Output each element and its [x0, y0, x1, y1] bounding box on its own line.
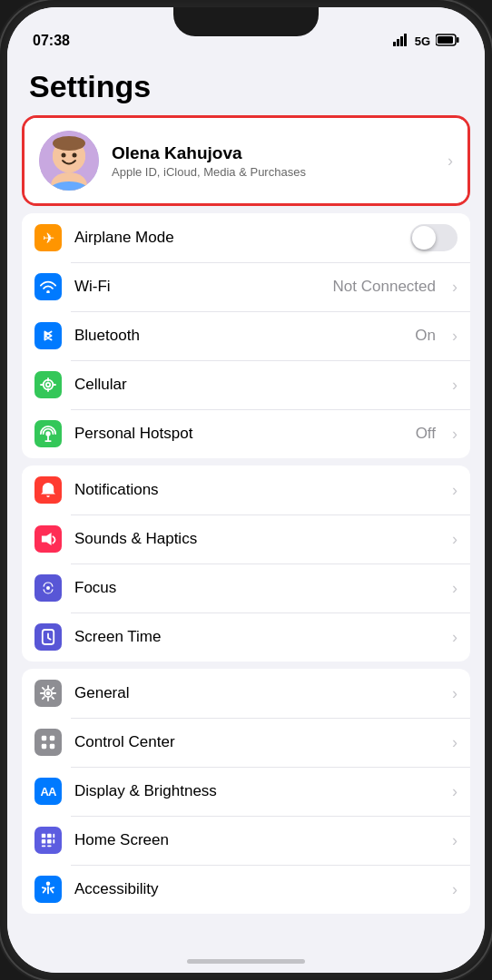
bluetooth-icon — [34, 322, 62, 349]
network-type: 5G — [415, 34, 430, 48]
display-label: Display & Brightness — [74, 782, 439, 800]
airplane-mode-label: Airplane Mode — [74, 229, 398, 247]
screen-time-icon — [34, 623, 62, 651]
display-icon: AA — [34, 778, 62, 805]
screen-time-row[interactable]: Screen Time › — [22, 612, 470, 662]
page-title: Settings — [7, 54, 485, 115]
hotspot-chevron: › — [452, 425, 458, 444]
accessibility-label: Accessibility — [74, 880, 439, 898]
general-row[interactable]: General › — [22, 669, 470, 718]
battery-icon — [436, 34, 459, 49]
avatar — [39, 131, 99, 191]
svg-rect-39 — [42, 845, 46, 847]
svg-point-12 — [73, 153, 77, 158]
home-screen-chevron: › — [452, 831, 458, 850]
svg-rect-2 — [400, 36, 403, 46]
svg-point-25 — [46, 586, 50, 590]
profile-info: Olena Kahujova Apple ID, iCloud, Media &… — [112, 143, 435, 179]
svg-rect-31 — [42, 744, 46, 749]
bluetooth-row[interactable]: Bluetooth On › — [22, 311, 470, 360]
svg-rect-30 — [50, 736, 54, 740]
svg-rect-33 — [42, 834, 46, 838]
control-center-icon — [34, 729, 62, 756]
status-icons: 5G — [393, 34, 459, 49]
svg-rect-3 — [404, 34, 407, 46]
phone-screen: 07:38 5G — [7, 7, 485, 973]
svg-rect-0 — [393, 42, 396, 46]
phone-frame: 07:38 5G — [0, 0, 492, 980]
home-screen-label: Home Screen — [74, 831, 439, 849]
status-bar: 07:38 5G — [7, 7, 485, 54]
svg-rect-38 — [53, 839, 54, 844]
general-section: General › Control Center › — [22, 669, 470, 914]
status-time: 07:38 — [33, 33, 70, 49]
cellular-label: Cellular — [74, 376, 439, 394]
wifi-row[interactable]: Wi-Fi Not Connected › — [22, 262, 470, 311]
hotspot-value: Off — [416, 425, 436, 443]
display-row[interactable]: AA Display & Brightness › — [22, 767, 470, 816]
sounds-row[interactable]: Sounds & Haptics › — [22, 514, 470, 564]
general-chevron: › — [452, 684, 458, 703]
notifications-label: Notifications — [74, 481, 439, 499]
sounds-icon — [34, 525, 62, 553]
focus-row[interactable]: Focus › — [22, 564, 470, 612]
home-screen-row[interactable]: Home Screen › — [22, 816, 470, 865]
svg-rect-5 — [457, 37, 459, 43]
airplane-mode-icon: ✈ — [34, 224, 62, 251]
svg-point-16 — [46, 383, 50, 387]
svg-rect-29 — [42, 736, 46, 740]
cellular-chevron: › — [452, 376, 458, 395]
notifications-chevron: › — [452, 481, 458, 500]
wifi-icon — [34, 273, 62, 300]
profile-chevron: › — [448, 152, 453, 171]
home-indicator — [187, 959, 305, 964]
profile-name: Olena Kahujova — [112, 143, 435, 163]
hotspot-row[interactable]: Personal Hotspot Off › — [22, 409, 470, 458]
cellular-icon — [34, 371, 62, 398]
focus-chevron: › — [452, 579, 458, 598]
svg-point-11 — [62, 153, 66, 158]
accessibility-chevron: › — [452, 880, 458, 899]
airplane-mode-row[interactable]: ✈ Airplane Mode — [22, 213, 470, 262]
cellular-row[interactable]: Cellular › — [22, 360, 470, 409]
wifi-label: Wi-Fi — [74, 278, 320, 296]
screen-content: Settings — [7, 54, 485, 973]
svg-rect-37 — [47, 839, 52, 844]
svg-point-10 — [53, 136, 85, 151]
control-center-row[interactable]: Control Center › — [22, 718, 470, 767]
screen-time-label: Screen Time — [74, 628, 439, 646]
sounds-chevron: › — [452, 530, 458, 549]
bluetooth-chevron: › — [452, 327, 458, 346]
focus-label: Focus — [74, 579, 439, 597]
svg-rect-35 — [53, 834, 54, 838]
notifications-section: Notifications › Sounds & Haptics › — [22, 466, 470, 662]
home-screen-icon — [34, 827, 62, 854]
svg-rect-6 — [438, 36, 453, 44]
hotspot-icon — [34, 420, 62, 447]
airplane-mode-toggle[interactable] — [410, 224, 458, 251]
wifi-chevron: › — [452, 278, 458, 297]
signal-bars — [393, 34, 409, 49]
control-center-chevron: › — [452, 733, 458, 752]
svg-point-41 — [46, 882, 50, 886]
svg-marker-24 — [42, 533, 52, 545]
control-center-label: Control Center — [74, 733, 439, 751]
notch — [173, 7, 319, 36]
profile-card-highlight: Olena Kahujova Apple ID, iCloud, Media &… — [22, 115, 470, 206]
connectivity-section: ✈ Airplane Mode Wi-Fi Not Connected — [22, 213, 470, 458]
notifications-icon — [34, 476, 62, 504]
notifications-row[interactable]: Notifications › — [22, 466, 470, 514]
general-label: General — [74, 684, 439, 702]
svg-point-27 — [46, 691, 51, 696]
focus-icon — [34, 574, 62, 602]
accessibility-row[interactable]: Accessibility › — [22, 865, 470, 914]
svg-rect-34 — [47, 834, 52, 838]
bluetooth-label: Bluetooth — [74, 327, 402, 345]
profile-row[interactable]: Olena Kahujova Apple ID, iCloud, Media &… — [25, 118, 467, 203]
svg-rect-32 — [50, 744, 54, 749]
general-icon — [34, 680, 62, 707]
svg-rect-36 — [42, 839, 46, 844]
hotspot-label: Personal Hotspot — [74, 425, 403, 443]
profile-subtitle: Apple ID, iCloud, Media & Purchases — [112, 165, 435, 179]
screen-time-chevron: › — [452, 628, 458, 647]
